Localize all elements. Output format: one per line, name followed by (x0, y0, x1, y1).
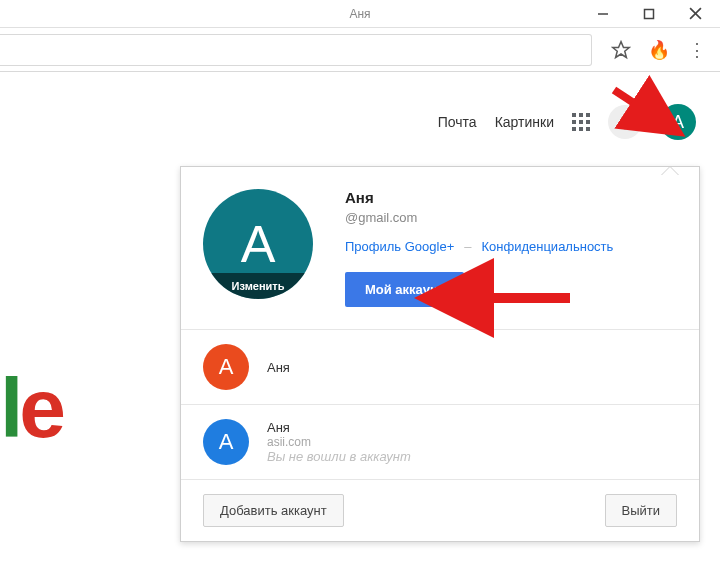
account-email: @gmail.com (345, 210, 677, 225)
avatar-column: А Изменить (203, 189, 317, 307)
account-name: Аня (345, 189, 677, 206)
bookmark-star-icon[interactable] (604, 33, 638, 67)
window-maximize-button[interactable] (626, 0, 672, 28)
notifications-bell-icon[interactable] (608, 105, 642, 139)
svg-marker-4 (613, 41, 630, 57)
window-minimize-button[interactable] (580, 0, 626, 28)
account-avatar-icon: А (203, 419, 249, 465)
address-bar[interactable] (0, 34, 592, 66)
google-plus-profile-link[interactable]: Профиль Google+ (345, 239, 454, 254)
account-row-name: Аня (267, 360, 290, 375)
add-account-label: Добавить аккаунт (220, 503, 327, 518)
my-account-label: Мой аккаунт (365, 282, 444, 297)
svg-rect-1 (645, 9, 654, 18)
edit-avatar-button[interactable]: Изменить (203, 273, 313, 299)
other-account-row[interactable]: А Аня (181, 329, 699, 404)
gmail-link[interactable]: Почта (438, 114, 477, 130)
page-header: Почта Картинки А (0, 92, 720, 152)
privacy-link[interactable]: Конфиденциальность (481, 239, 613, 254)
my-account-button[interactable]: Мой аккаунт (345, 272, 464, 307)
avatar-letter: А (219, 354, 234, 380)
other-account-row[interactable]: А Аня asii.com Вы не вошли в аккаунт (181, 404, 699, 479)
account-row-email: asii.com (267, 435, 411, 449)
profile-avatar-large[interactable]: А Изменить (203, 189, 313, 299)
apps-grid-icon[interactable] (572, 113, 590, 131)
sign-out-button[interactable]: Выйти (605, 494, 678, 527)
account-row-name: Аня (267, 420, 411, 435)
popover-main-section: А Изменить Аня @gmail.com Профиль Google… (181, 167, 699, 329)
sign-out-label: Выйти (622, 503, 661, 518)
account-menu-popover: А Изменить Аня @gmail.com Профиль Google… (180, 166, 700, 542)
edit-avatar-label: Изменить (232, 280, 285, 292)
extension-icon[interactable]: 🔥 (642, 33, 676, 67)
avatar-letter: А (672, 112, 684, 133)
popover-footer: Добавить аккаунт Выйти (181, 479, 699, 541)
add-account-button[interactable]: Добавить аккаунт (203, 494, 344, 527)
logo-letter-l: l (0, 361, 19, 455)
window-close-button[interactable] (672, 0, 718, 28)
account-info-column: Аня @gmail.com Профиль Google+ – Конфиде… (345, 189, 677, 307)
account-row-note: Вы не вошли в аккаунт (267, 449, 411, 464)
window-titlebar: Аня (0, 0, 720, 28)
google-logo-fragment: le (0, 360, 62, 457)
account-avatar[interactable]: А (660, 104, 696, 140)
account-avatar-icon: А (203, 344, 249, 390)
separator: – (464, 239, 471, 254)
browser-toolbar: 🔥 ⋮ (0, 28, 720, 72)
avatar-letter: А (219, 429, 234, 455)
images-link[interactable]: Картинки (495, 114, 554, 130)
logo-letter-e: e (19, 361, 62, 455)
avatar-letter: А (241, 214, 276, 274)
account-links: Профиль Google+ – Конфиденциальность (345, 239, 677, 254)
browser-menu-icon[interactable]: ⋮ (680, 33, 714, 67)
